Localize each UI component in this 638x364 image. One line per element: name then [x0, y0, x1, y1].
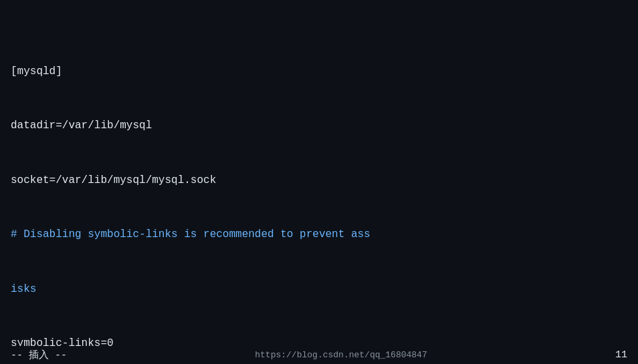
editor-container: [mysqld] datadir=/var/lib/mysql socket=/… [0, 0, 638, 364]
code-content: [mysqld] datadir=/var/lib/mysql socket=/… [11, 8, 627, 364]
line-3: socket=/var/lib/mysql/mysql.sock [11, 172, 627, 190]
bottom-bar: -- 插入 -- https://blog.csdn.net/qq_168048… [0, 346, 638, 364]
line-5: isks [11, 281, 627, 299]
line-number-display: 11 [615, 349, 627, 361]
url-display: https://blog.csdn.net/qq_16804847 [255, 350, 427, 360]
line-4: # Disabling symbolic-links is recommende… [11, 226, 627, 244]
line-2: datadir=/var/lib/mysql [11, 117, 627, 135]
line-1: [mysqld] [11, 63, 627, 81]
insert-mode-label: -- 插入 -- [11, 349, 67, 361]
